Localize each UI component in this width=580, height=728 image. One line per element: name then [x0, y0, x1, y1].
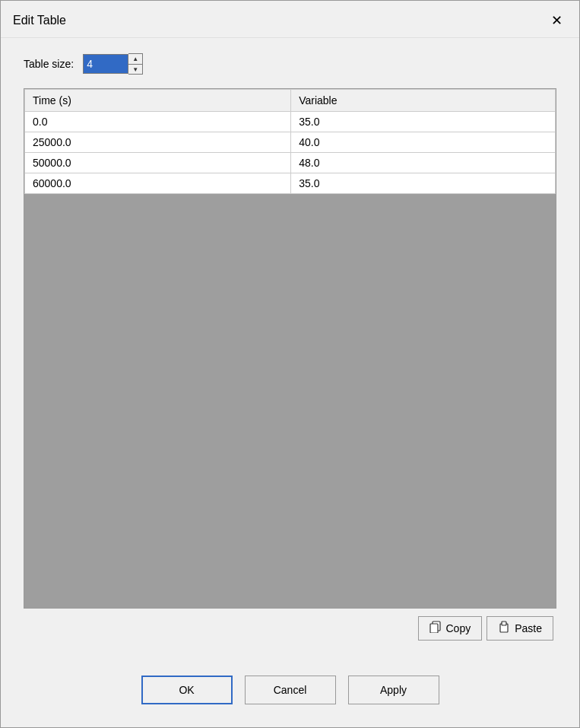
- apply-button[interactable]: Apply: [348, 676, 439, 704]
- cell-time: 0.0: [25, 112, 291, 132]
- table-header-row: Time (s) Variable: [25, 90, 556, 112]
- svg-rect-1: [430, 624, 438, 633]
- cell-time: 60000.0: [25, 173, 291, 194]
- table-container: Time (s) Variable 0.035.025000.040.05000…: [24, 88, 556, 609]
- paste-icon: [498, 621, 510, 636]
- table-row[interactable]: 25000.040.0: [25, 132, 556, 153]
- cancel-button[interactable]: Cancel: [245, 676, 336, 704]
- table-size-spinner: ▲ ▼: [83, 53, 143, 75]
- title-bar: Edit Table ✕: [1, 1, 579, 38]
- table-row[interactable]: 0.035.0: [25, 112, 556, 132]
- table-size-label: Table size:: [24, 58, 74, 70]
- copy-button[interactable]: Copy: [418, 616, 483, 641]
- spinner-up-button[interactable]: ▲: [128, 54, 142, 64]
- close-button[interactable]: ✕: [546, 10, 567, 31]
- spinner-buttons: ▲ ▼: [128, 53, 143, 75]
- copy-label: Copy: [446, 622, 471, 634]
- cell-time: 50000.0: [25, 153, 291, 173]
- cell-variable: 35.0: [291, 173, 556, 194]
- table-size-row: Table size: ▲ ▼: [24, 53, 556, 75]
- ok-button[interactable]: OK: [141, 676, 233, 704]
- header-time: Time (s): [25, 90, 291, 112]
- copy-paste-row: Copy Paste: [24, 609, 556, 645]
- paste-label: Paste: [515, 622, 542, 634]
- table-row[interactable]: 60000.035.0: [25, 173, 556, 194]
- header-variable: Variable: [291, 90, 556, 112]
- cell-time: 25000.0: [25, 132, 291, 153]
- table-row[interactable]: 50000.048.0: [25, 153, 556, 173]
- dialog-title: Edit Table: [13, 14, 66, 27]
- cell-variable: 48.0: [291, 153, 556, 173]
- spinner-down-button[interactable]: ▼: [128, 64, 142, 74]
- svg-rect-3: [502, 622, 506, 625]
- cell-variable: 40.0: [291, 132, 556, 153]
- table-size-input[interactable]: [83, 54, 128, 74]
- copy-icon: [429, 621, 442, 636]
- data-table: Time (s) Variable 0.035.025000.040.05000…: [24, 89, 556, 194]
- edit-table-dialog: Edit Table ✕ Table size: ▲ ▼ Time (s) Va…: [0, 0, 580, 728]
- empty-table-area: [24, 194, 556, 608]
- dialog-footer: OK Cancel Apply: [1, 660, 579, 727]
- cell-variable: 35.0: [291, 112, 556, 132]
- dialog-content: Table size: ▲ ▼ Time (s) Variable 0: [1, 38, 579, 660]
- paste-button[interactable]: Paste: [487, 616, 553, 641]
